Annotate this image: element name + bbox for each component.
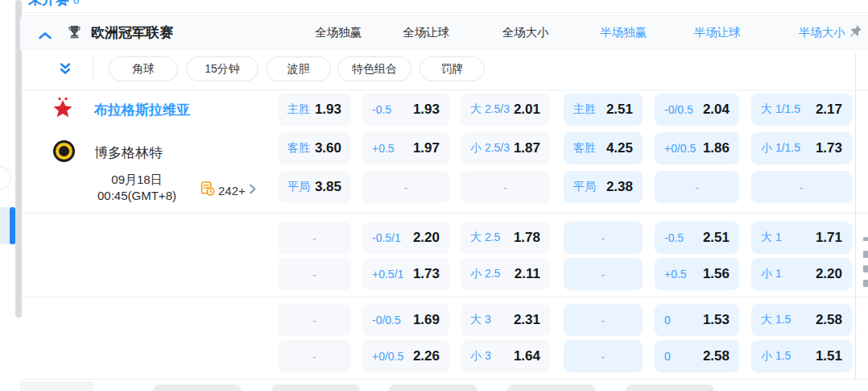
divider (20, 12, 868, 13)
side-tool-icon[interactable] (863, 265, 868, 272)
market-pill-15min[interactable]: 15分钟 (186, 56, 258, 81)
next-market-pill-fragment (271, 385, 360, 391)
odds-cell-away-win[interactable]: 客胜3.60 (278, 132, 351, 164)
side-tool-icon[interactable] (863, 251, 868, 258)
odds-cell-empty[interactable]: - (278, 304, 351, 336)
odds-cell-draw[interactable]: 平局3.85 (278, 171, 351, 203)
odds-dash: - (404, 181, 407, 193)
odds-value: 2.58 (703, 348, 730, 364)
odds-label: 小 2.5/3 (470, 141, 510, 156)
divider (93, 53, 93, 82)
divider (20, 213, 868, 214)
odds-cell-over-ht[interactable]: 大 11.71 (751, 222, 852, 254)
next-league-header-fragment (20, 381, 93, 391)
odds-label: 小 2.5 (470, 267, 500, 281)
odds-cell-under[interactable]: 小 2.52.11 (461, 258, 550, 290)
trophy-icon (67, 24, 82, 43)
odds-value: 2.31 (514, 312, 540, 328)
odds-cell-empty[interactable]: - (655, 171, 739, 203)
odds-cell-over[interactable]: 大 2.5/32.01 (461, 94, 550, 126)
odds-value: 1.97 (413, 140, 440, 156)
market-pill-cards[interactable]: 罚牌 (420, 56, 485, 81)
odds-value: 1.86 (703, 140, 730, 156)
odds-label: 客胜 (287, 141, 310, 156)
odds-value: 2.58 (816, 312, 842, 328)
odds-cell-empty[interactable]: - (564, 340, 643, 372)
side-tool-icon[interactable] (863, 280, 868, 287)
odds-value: 2.17 (816, 102, 842, 118)
odds-cell-over[interactable]: 大 32.31 (461, 304, 550, 336)
odds-cell-handicap-ht[interactable]: 02.58 (655, 340, 739, 372)
divider (20, 379, 868, 380)
league-header: 欧洲冠军联赛 全场独赢 全场让球 全场大小 半场独赢 半场让球 半场大小 (20, 15, 868, 50)
odds-label: 大 3 (470, 313, 491, 327)
odds-cell-empty[interactable]: - (278, 258, 351, 290)
odds-label: 小 1/1.5 (761, 141, 800, 156)
odds-cell-home-win[interactable]: 主胜1.93 (278, 94, 351, 126)
odds-cell-under-ht[interactable]: 小 1.51.51 (751, 340, 852, 372)
odds-cell-over-ht[interactable]: 大 1.52.58 (751, 304, 852, 336)
odds-label: 客胜 (573, 141, 596, 156)
odds-cell-handicap[interactable]: -0.51.93 (362, 94, 449, 126)
odds-cell-handicap-ht[interactable]: 01.53 (655, 304, 739, 336)
tab-not-started[interactable]: 未开赛0 (28, 0, 79, 9)
pin-icon[interactable] (848, 24, 862, 42)
next-market-pill-fragment (153, 385, 242, 391)
odds-value: 1.56 (703, 266, 730, 282)
league-title: 欧洲冠军联赛 (91, 23, 173, 42)
odds-cell-empty[interactable]: - (362, 171, 449, 203)
odds-value: 4.25 (606, 140, 633, 156)
odds-cell-handicap[interactable]: +0.51.97 (362, 132, 449, 164)
odds-row: 客胜3.60 +0.51.97 小 2.5/31.87 客胜4.25 +0/0.… (0, 132, 868, 164)
odds-cell-handicap-ht[interactable]: -0.52.51 (655, 222, 739, 254)
odds-label: 大 2.5/3 (470, 102, 510, 117)
odds-dash: - (601, 351, 605, 363)
side-tool-icon[interactable] (863, 237, 868, 241)
odds-cell-away-win-ht[interactable]: 客胜4.25 (564, 132, 643, 164)
odds-cell-under-ht[interactable]: 小 1/1.51.73 (751, 132, 852, 164)
odds-cell-handicap-ht[interactable]: -0/0.52.04 (655, 94, 739, 126)
odds-value: 1.69 (413, 312, 440, 328)
odds-label: 平局 (573, 180, 596, 194)
odds-cell-handicap[interactable]: +0.5/11.73 (362, 258, 449, 290)
odds-cell-handicap[interactable]: -0.5/12.20 (362, 222, 449, 254)
expand-markets-icon[interactable] (58, 62, 72, 78)
market-pill-correct-score[interactable]: 波胆 (266, 56, 331, 81)
odds-cell-empty[interactable]: - (461, 171, 550, 203)
odds-cell-home-win-ht[interactable]: 主胜2.51 (564, 94, 643, 126)
odds-value: 1.87 (514, 140, 540, 156)
odds-label: 小 1 (761, 267, 782, 281)
odds-cell-over-ht[interactable]: 大 1/1.52.17 (751, 94, 852, 126)
odds-cell-handicap[interactable]: +0/0.52.26 (362, 340, 449, 372)
odds-cell-handicap-ht[interactable]: +0.51.56 (655, 258, 739, 290)
divider (20, 297, 868, 297)
odds-value: 2.51 (606, 102, 633, 118)
odds-value: 2.04 (703, 102, 730, 118)
divider (20, 89, 868, 90)
odds-cell-empty[interactable]: - (751, 171, 852, 203)
odds-cell-empty[interactable]: - (278, 222, 351, 254)
odds-cell-empty[interactable]: - (564, 222, 643, 254)
odds-cell-over[interactable]: 大 2.51.78 (461, 222, 550, 254)
odds-label: -0.5 (664, 231, 684, 244)
odds-label: 0 (664, 314, 671, 327)
odds-label: 小 3 (470, 349, 491, 364)
odds-label: 0 (664, 350, 671, 363)
market-pill-specials[interactable]: 特色组合 (337, 56, 411, 81)
odds-label: 主胜 (573, 102, 596, 117)
odds-row: - -0.5/12.20 大 2.51.78 - -0.52.51 大 11.7… (0, 222, 868, 254)
odds-value: 1.93 (315, 102, 341, 118)
odds-cell-draw-ht[interactable]: 平局2.38 (564, 171, 643, 203)
market-pill-corners[interactable]: 角球 (109, 56, 178, 81)
odds-cell-empty[interactable]: - (564, 304, 643, 336)
odds-cell-under[interactable]: 小 2.5/31.87 (461, 132, 550, 164)
next-market-pill-fragment (389, 385, 477, 391)
odds-dash: - (601, 268, 605, 281)
odds-cell-handicap-ht[interactable]: +0/0.51.86 (655, 132, 739, 164)
collapse-league-icon[interactable] (38, 28, 52, 43)
odds-cell-empty[interactable]: - (564, 258, 643, 290)
odds-cell-under[interactable]: 小 31.64 (461, 340, 550, 372)
odds-cell-handicap[interactable]: -0/0.51.69 (362, 304, 449, 336)
odds-cell-empty[interactable]: - (278, 340, 351, 372)
odds-cell-under-ht[interactable]: 小 12.20 (751, 258, 852, 290)
